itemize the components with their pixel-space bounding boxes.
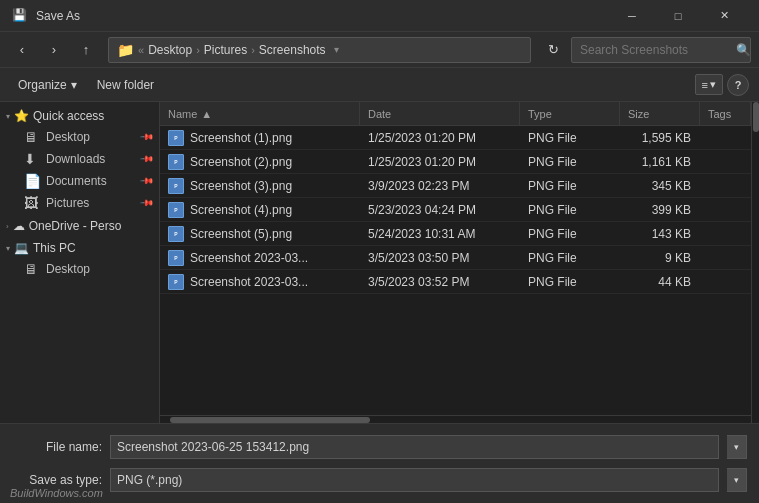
sidebar-item-desktop[interactable]: 🖥 Desktop 📌 [0, 126, 159, 148]
table-row[interactable]: P Screenshot 2023-03... 3/5/2023 03:50 P… [160, 246, 751, 270]
sidebar-item-downloads[interactable]: ⬇ Downloads 📌 [0, 148, 159, 170]
file-icon: P [168, 226, 184, 242]
col-type-label: Type [528, 108, 552, 120]
new-folder-button[interactable]: New folder [89, 74, 162, 96]
file-name-text: Screenshot 2023-03... [190, 275, 308, 289]
save-as-type-input[interactable] [110, 468, 719, 492]
nav-bar: ‹ › ↑ 📁 « Desktop › Pictures › Screensho… [0, 32, 759, 68]
col-tags-label: Tags [708, 108, 731, 120]
breadcrumb[interactable]: 📁 « Desktop › Pictures › Screenshots ▾ [108, 37, 531, 63]
file-type-cell: PNG File [520, 174, 620, 197]
file-tags-cell [700, 198, 751, 221]
col-header-date[interactable]: Date [360, 102, 520, 125]
file-list: P Screenshot (1).png 1/25/2023 01:20 PM … [160, 126, 751, 415]
up-button[interactable]: ↑ [72, 36, 100, 64]
sidebar-item-pictures[interactable]: 🖼 Pictures 📌 [0, 192, 159, 214]
file-date-cell: 3/5/2023 03:50 PM [360, 246, 520, 269]
file-list-container: Name ▲ Date Type Size Tags P Scre [160, 102, 751, 423]
png-icon: P [168, 226, 184, 242]
table-row[interactable]: P Screenshot (2).png 1/25/2023 01:20 PM … [160, 150, 751, 174]
save-as-type-dropdown[interactable]: ▾ [727, 468, 747, 492]
maximize-button[interactable]: □ [655, 0, 701, 32]
file-name-cell: P Screenshot (2).png [160, 150, 360, 173]
file-size-cell: 345 KB [620, 174, 700, 197]
file-name-text: Screenshot (4).png [190, 203, 292, 217]
new-folder-label: New folder [97, 78, 154, 92]
png-icon: P [168, 202, 184, 218]
file-list-header: Name ▲ Date Type Size Tags [160, 102, 751, 126]
help-button[interactable]: ? [727, 74, 749, 96]
file-size-cell: 1,161 KB [620, 150, 700, 173]
sidebar-item-this-pc-desktop[interactable]: 🖥 Desktop [0, 258, 159, 280]
file-name-label: File name: [12, 440, 102, 454]
onedrive-icon: ☁ [13, 219, 25, 233]
file-date-cell: 1/25/2023 01:20 PM [360, 150, 520, 173]
main-content: ▾ ⭐ Quick access 🖥 Desktop 📌 ⬇ Downloads… [0, 102, 759, 423]
file-date-cell: 5/23/2023 04:24 PM [360, 198, 520, 221]
file-icon: P [168, 274, 184, 290]
save-as-type-label: Save as type: [12, 473, 102, 487]
documents-pin-icon: 📌 [140, 174, 155, 189]
pictures-label: Pictures [46, 196, 89, 210]
png-icon: P [168, 154, 184, 170]
file-tags-cell [700, 270, 751, 293]
file-name-cell: P Screenshot (1).png [160, 126, 360, 149]
quick-access-chevron: ▾ [6, 112, 10, 121]
file-icon: P [168, 154, 184, 170]
h-scrollbar-thumb [170, 417, 370, 423]
organize-label: Organize [18, 78, 67, 92]
col-name-sort: ▲ [201, 108, 212, 120]
forward-button[interactable]: › [40, 36, 68, 64]
minimize-button[interactable]: ─ [609, 0, 655, 32]
search-icon: 🔍 [736, 43, 751, 57]
refresh-button[interactable]: ↻ [539, 36, 567, 64]
horizontal-scrollbar[interactable] [160, 415, 751, 423]
file-date-cell: 3/9/2023 02:23 PM [360, 174, 520, 197]
search-bar: 🔍 [571, 37, 751, 63]
organize-button[interactable]: Organize ▾ [10, 74, 85, 96]
col-size-label: Size [628, 108, 649, 120]
search-input[interactable] [580, 43, 730, 57]
pictures-icon: 🖼 [24, 195, 40, 211]
breadcrumb-part3: Screenshots [259, 43, 326, 57]
v-scrollbar-thumb [753, 102, 759, 132]
downloads-label: Downloads [46, 152, 105, 166]
sidebar: ▾ ⭐ Quick access 🖥 Desktop 📌 ⬇ Downloads… [0, 102, 160, 423]
file-icon: P [168, 250, 184, 266]
file-name-input[interactable] [110, 435, 719, 459]
sidebar-item-onedrive[interactable]: › ☁ OneDrive - Perso [0, 216, 159, 236]
col-header-tags[interactable]: Tags [700, 102, 751, 125]
table-row[interactable]: P Screenshot (3).png 3/9/2023 02:23 PM P… [160, 174, 751, 198]
sidebar-item-this-pc[interactable]: ▾ 💻 This PC [0, 238, 159, 258]
this-pc-label: This PC [33, 241, 76, 255]
col-header-type[interactable]: Type [520, 102, 620, 125]
close-button[interactable]: ✕ [701, 0, 747, 32]
vertical-scrollbar[interactable] [751, 102, 759, 423]
file-icon: P [168, 202, 184, 218]
back-button[interactable]: ‹ [8, 36, 36, 64]
table-row[interactable]: P Screenshot (5).png 5/24/2023 10:31 AM … [160, 222, 751, 246]
onedrive-chevron: › [6, 222, 9, 231]
col-header-name[interactable]: Name ▲ [160, 102, 360, 125]
file-size-cell: 399 KB [620, 198, 700, 221]
table-row[interactable]: P Screenshot (1).png 1/25/2023 01:20 PM … [160, 126, 751, 150]
sidebar-item-quick-access[interactable]: ▾ ⭐ Quick access [0, 106, 159, 126]
file-date-cell: 5/24/2023 10:31 AM [360, 222, 520, 245]
desktop-icon: 🖥 [24, 129, 40, 145]
title-bar-controls: ─ □ ✕ [609, 0, 747, 32]
table-row[interactable]: P Screenshot (4).png 5/23/2023 04:24 PM … [160, 198, 751, 222]
col-date-label: Date [368, 108, 391, 120]
file-date-cell: 3/5/2023 03:52 PM [360, 270, 520, 293]
col-name-label: Name [168, 108, 197, 120]
sidebar-group-this-pc: ▾ 💻 This PC 🖥 Desktop [0, 238, 159, 280]
table-row[interactable]: P Screenshot 2023-03... 3/5/2023 03:52 P… [160, 270, 751, 294]
breadcrumb-sep1: « [138, 44, 144, 56]
toolbar: Organize ▾ New folder ≡ ▾ ? [0, 68, 759, 102]
col-header-size[interactable]: Size [620, 102, 700, 125]
view-button[interactable]: ≡ ▾ [695, 74, 723, 95]
file-icon: P [168, 130, 184, 146]
documents-label: Documents [46, 174, 107, 188]
pictures-pin-icon: 📌 [140, 196, 155, 211]
file-name-dropdown[interactable]: ▾ [727, 435, 747, 459]
sidebar-item-documents[interactable]: 📄 Documents 📌 [0, 170, 159, 192]
